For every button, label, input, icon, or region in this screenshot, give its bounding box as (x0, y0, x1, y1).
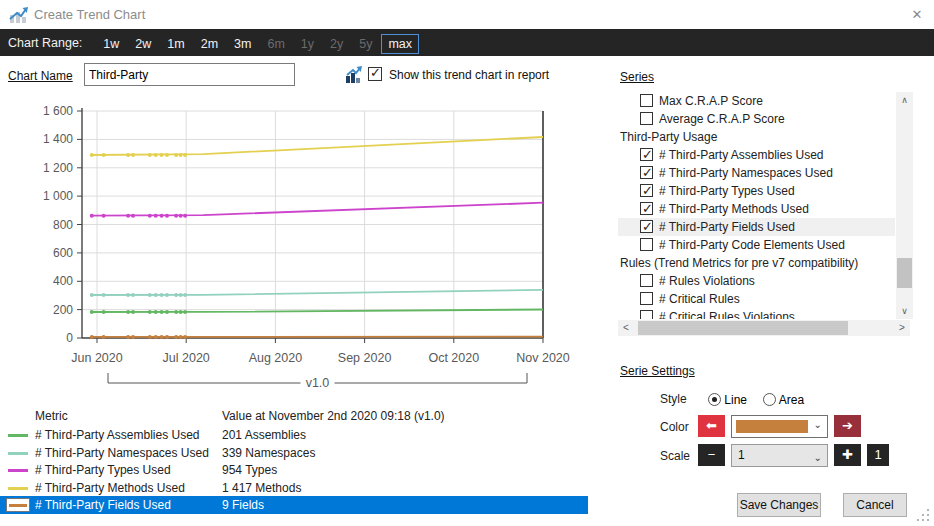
window-title: Create Trend Chart (34, 7, 145, 22)
series-checkbox[interactable] (640, 238, 653, 251)
legend-value: 201 Assemblies (222, 426, 306, 444)
chart-range-1y: 1y (294, 34, 321, 54)
svg-text:Nov 2020: Nov 2020 (516, 351, 570, 365)
legend-row[interactable]: # Third-Party Assemblies Used 201 Assemb… (0, 426, 588, 444)
series-item-label: Average C.R.A.P Score (659, 110, 785, 128)
horizontal-scroll-thumb[interactable] (638, 321, 848, 335)
series-group-header: Third-Party Usage (618, 128, 895, 146)
legend-value-header: Value at November 2nd 2020 09:18 (v1.0) (222, 409, 445, 423)
color-next-button[interactable]: ➔ (834, 415, 861, 437)
chart-range-1w[interactable]: 1w (96, 34, 126, 54)
series-item[interactable]: # Third-Party Fields Used (618, 218, 895, 236)
show-in-report-label: Show this trend chart in report (389, 68, 549, 82)
series-checkbox[interactable] (640, 112, 653, 125)
svg-text:1 200: 1 200 (43, 161, 73, 175)
series-horizontal-scrollbar[interactable]: < > (618, 320, 910, 336)
scroll-up-icon[interactable]: ∧ (896, 92, 913, 108)
chart-range-5y: 5y (352, 34, 379, 54)
series-item[interactable]: # Third-Party Methods Used (618, 200, 895, 218)
chart-range-max[interactable]: max (381, 34, 419, 54)
vertical-scroll-thumb[interactable] (897, 258, 912, 288)
series-checkbox[interactable] (640, 184, 653, 197)
report-chart-icon (345, 66, 363, 84)
color-dropdown[interactable]: ⌄ (731, 415, 828, 438)
style-option-area[interactable]: Area (763, 393, 804, 407)
svg-text:Jul 2020: Jul 2020 (163, 351, 210, 365)
resize-grip[interactable] (917, 509, 929, 521)
style-option-line[interactable]: Line (708, 393, 747, 407)
legend-row[interactable]: # Third-Party Methods Used 1 417 Methods (0, 479, 588, 497)
series-vertical-scrollbar[interactable]: ∧ ∨ (896, 92, 913, 319)
chart-range-toolbar: Chart Range: 1w2w1m2m3m6m1y2y5ymax (0, 29, 934, 56)
legend-metric-header: Metric (35, 409, 68, 423)
scale-minus-button[interactable]: − (698, 444, 725, 466)
series-item-label: # Third-Party Code Elements Used (659, 236, 845, 254)
series-checkbox[interactable] (640, 148, 653, 161)
radio-icon[interactable] (763, 393, 776, 406)
legend-color-swatch (8, 452, 28, 455)
radio-icon[interactable] (708, 393, 721, 406)
svg-text:Aug 2020: Aug 2020 (249, 351, 303, 365)
legend-metric: # Third-Party Types Used (35, 461, 171, 479)
color-previous-button[interactable]: ⬅ (698, 415, 725, 437)
scroll-left-icon[interactable]: < (618, 320, 634, 336)
legend-metric: # Third-Party Assemblies Used (35, 426, 200, 444)
cancel-button[interactable]: Cancel (843, 493, 907, 517)
trend-chart-plot: 02004006008001 0001 2001 4001 600Jun 202… (0, 100, 610, 400)
scale-dropdown[interactable]: 1 ⌄ (731, 444, 828, 467)
chart-range-2w[interactable]: 2w (128, 34, 158, 54)
show-in-report-checkbox[interactable] (368, 67, 382, 81)
series-item-label: # Third-Party Fields Used (659, 218, 795, 236)
legend-table: # Third-Party Assemblies Used 201 Assemb… (0, 426, 620, 521)
chevron-down-icon: ⌄ (814, 419, 822, 430)
series-item[interactable]: # Third-Party Code Elements Used (618, 236, 895, 254)
close-icon[interactable]: ✕ (903, 3, 931, 26)
series-item-label: Max C.R.A.P Score (659, 92, 763, 110)
chart-range-3m[interactable]: 3m (227, 34, 258, 54)
series-checkbox[interactable] (640, 220, 653, 233)
series-checkbox[interactable] (640, 202, 653, 215)
series-item[interactable]: Max C.R.A.P Score (618, 92, 895, 110)
series-item[interactable]: # Third-Party Types Used (618, 182, 895, 200)
series-title: Series (620, 70, 654, 84)
series-item[interactable]: # Rules Violations (618, 272, 895, 290)
scale-plus-button[interactable]: ✚ (834, 444, 861, 466)
series-item-label: # Critical Rules (659, 290, 740, 308)
svg-text:400: 400 (53, 274, 73, 288)
chart-range-2m[interactable]: 2m (194, 34, 225, 54)
series-item-label: # Rules Violations (659, 272, 755, 290)
chart-range-1m[interactable]: 1m (160, 34, 191, 54)
series-checkbox[interactable] (640, 94, 653, 107)
series-checkbox[interactable] (640, 274, 653, 287)
chevron-down-icon: ⌄ (814, 447, 822, 468)
series-checkbox[interactable] (640, 310, 653, 319)
title-bar: Create Trend Chart ✕ (0, 0, 934, 29)
svg-text:Jun 2020: Jun 2020 (71, 351, 122, 365)
legend-value: 9 Fields (222, 496, 264, 514)
legend-row[interactable]: # Third-Party Types Used 954 Types (0, 461, 588, 479)
svg-text:1 000: 1 000 (43, 189, 73, 203)
style-options: Line Area (708, 390, 820, 408)
save-changes-button[interactable]: Save Changes (737, 493, 821, 517)
version-marker-label: v1.0 (306, 376, 330, 390)
series-checkbox[interactable] (640, 292, 653, 305)
chart-range-label: Chart Range: (8, 36, 82, 50)
svg-text:0: 0 (66, 331, 73, 345)
legend-row[interactable]: # Third-Party Fields Used 9 Fields (0, 496, 588, 514)
chart-range-2y: 2y (323, 34, 350, 54)
scale-reset-one-button[interactable]: 1 (867, 444, 889, 466)
series-item-label: # Third-Party Namespaces Used (659, 164, 833, 182)
svg-text:600: 600 (53, 246, 73, 260)
series-checkbox[interactable] (640, 166, 653, 179)
scroll-down-icon[interactable]: ∨ (896, 303, 913, 319)
legend-row[interactable]: # Third-Party Namespaces Used 339 Namesp… (0, 444, 588, 462)
scroll-right-icon[interactable]: > (894, 320, 910, 336)
series-item[interactable]: # Critical Rules (618, 290, 895, 308)
scale-value: 1 (738, 448, 745, 462)
series-item[interactable]: # Third-Party Assemblies Used (618, 146, 895, 164)
series-item[interactable]: # Third-Party Namespaces Used (618, 164, 895, 182)
series-item[interactable]: # Critical Rules Violations (618, 308, 895, 319)
series-item[interactable]: Average C.R.A.P Score (618, 110, 895, 128)
chart-name-input[interactable] (84, 63, 295, 86)
style-label: Style (660, 392, 687, 406)
